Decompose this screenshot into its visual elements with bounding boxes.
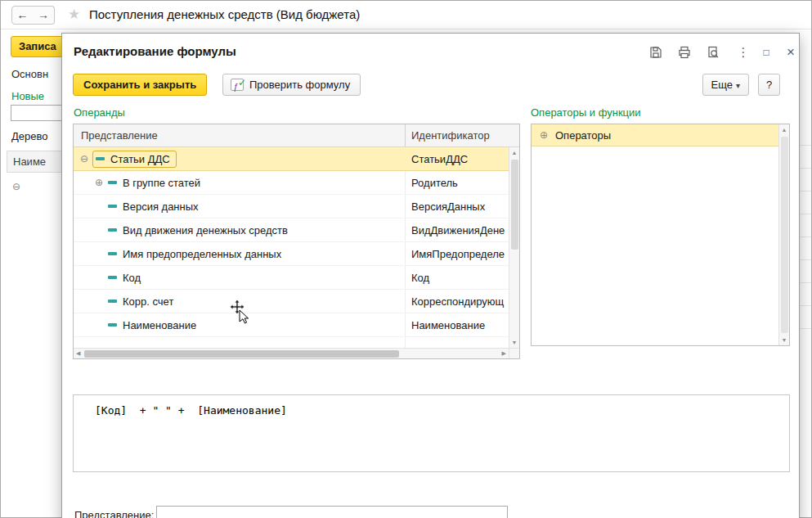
scrollbar-thumb[interactable]: [781, 137, 788, 333]
column-header-identifier[interactable]: Идентификатор: [411, 129, 490, 142]
formula-editor-dialog: Редактирование формулы ⋮ □ × Сохранить и…: [61, 33, 800, 518]
operand-name: Версия данных: [123, 200, 199, 213]
operand-id: СтатьиДДС: [411, 147, 508, 171]
selected-cell: Статьи ДДС: [92, 151, 177, 168]
operands-caption: Операнды: [74, 106, 125, 119]
scrollbar-corner: [509, 348, 519, 358]
operators-root-label: Операторы: [555, 129, 611, 142]
dialog-title: Редактирование формулы: [74, 44, 236, 58]
expand-icon[interactable]: ⊕: [538, 129, 550, 141]
attribute-icon: [108, 300, 117, 303]
collapse-icon[interactable]: ⊖: [79, 153, 90, 164]
operand-id: ВидДвиженияДене: [411, 218, 508, 242]
app-topbar: ← → ★ Поступления денежных средств (Вид …: [1, 1, 811, 29]
operand-id: Код: [411, 266, 508, 290]
background-column-label: Наиме: [13, 155, 46, 168]
presentation-label: Представление:: [74, 509, 154, 518]
operand-name: Код: [123, 272, 141, 284]
attribute-icon: [108, 228, 117, 232]
more-menu-icon[interactable]: ⋮: [733, 44, 753, 61]
check-formula-button[interactable]: ƒ ✓ Проверить формулу: [222, 74, 361, 96]
attribute-icon: [96, 157, 105, 160]
operand-id: Наименование: [411, 313, 508, 337]
page-title: Поступления денежных средств (Вид бюджет…: [89, 7, 360, 21]
operand-name: Вид движения денежных средств: [123, 224, 288, 236]
operand-id: ИмяПредопределе: [411, 242, 508, 266]
forward-button[interactable]: →: [33, 6, 55, 25]
forward-arrow-icon: →: [38, 8, 49, 21]
operands-table: Представление Идентификатор ⊖ Статьи ДДС…: [73, 124, 520, 359]
operand-id: ВерсияДанных: [411, 195, 508, 218]
back-button[interactable]: ←: [11, 6, 34, 25]
more-button[interactable]: Еще▾: [702, 74, 749, 96]
close-icon[interactable]: ×: [781, 44, 801, 61]
operands-table-header: Представление Идентификатор: [74, 124, 519, 147]
operand-name: Наименование: [123, 319, 196, 331]
background-save-close-label: Записа: [19, 40, 56, 52]
operand-id: Корреспондирующ: [411, 290, 508, 313]
chevron-down-icon: ▾: [736, 81, 740, 90]
formula-check-icon: ƒ ✓: [231, 79, 244, 91]
column-divider: [405, 124, 406, 146]
column-header-presentation[interactable]: Представление: [81, 129, 158, 142]
background-collapse-icon[interactable]: ⊖: [12, 181, 20, 192]
scrollbar-thumb[interactable]: [511, 160, 518, 250]
table-row[interactable]: Версия данных ВерсияДанных: [74, 195, 509, 218]
scrollbar-thumb[interactable]: [84, 350, 399, 358]
vertical-scrollbar[interactable]: ▲ ▼: [509, 147, 519, 348]
check-formula-label: Проверить формулу: [249, 79, 350, 91]
background-tree-label: Дерево: [11, 130, 47, 142]
vertical-scrollbar[interactable]: ▲ ▼: [778, 124, 789, 345]
scroll-down-icon[interactable]: ▼: [779, 337, 789, 343]
check-tick: ✓: [238, 73, 246, 93]
table-row[interactable]: Имя предопределенных данных ИмяПредопред…: [74, 242, 509, 266]
favorite-star-icon[interactable]: ★: [68, 6, 80, 23]
help-label: ?: [766, 79, 772, 91]
table-row[interactable]: ⊕ В группе статей Родитель: [74, 171, 509, 195]
back-arrow-icon: ←: [17, 8, 29, 21]
scroll-down-icon[interactable]: ▼: [509, 340, 519, 345]
print-icon[interactable]: [675, 44, 694, 61]
presentation-input[interactable]: [156, 506, 508, 518]
attribute-icon: [108, 252, 117, 255]
table-row[interactable]: Корр. счет Корреспондирующ: [74, 290, 509, 313]
operand-name: Статьи ДДС: [110, 153, 170, 165]
scroll-right-icon[interactable]: ▶: [502, 350, 506, 357]
background-form-subtitle: Новые: [11, 90, 44, 102]
operand-id: Родитель: [411, 171, 508, 195]
screen: ← → ★ Поступления денежных средств (Вид …: [0, 0, 812, 518]
table-row[interactable]: Вид движения денежных средств ВидДвижени…: [74, 218, 509, 242]
operand-name: В группе статей: [123, 177, 200, 189]
operators-caption: Операторы и функции: [531, 106, 641, 119]
attribute-icon: [108, 181, 117, 184]
scroll-up-icon[interactable]: ▲: [779, 127, 789, 133]
expand-icon[interactable]: ⊕: [93, 177, 105, 188]
background-tab-main[interactable]: Основн: [11, 68, 48, 80]
scroll-up-icon[interactable]: ▲: [509, 150, 519, 155]
background-grid-edge: [800, 123, 811, 345]
scroll-left-icon[interactable]: ◀: [76, 350, 80, 357]
save-icon[interactable]: [646, 44, 666, 61]
table-row[interactable]: Наименование Наименование: [74, 313, 509, 337]
save-and-close-button[interactable]: Сохранить и закрыть: [73, 74, 207, 96]
operators-tree: ⊕ Операторы ▲ ▼: [531, 124, 790, 346]
table-row[interactable]: Код Код: [74, 266, 509, 290]
formula-input[interactable]: [Код] + " " + [Наименование]: [74, 395, 789, 471]
attribute-icon: [108, 276, 117, 279]
save-and-close-label: Сохранить и закрыть: [83, 79, 196, 91]
more-label: Еще: [711, 79, 733, 91]
operand-name: Имя предопределенных данных: [123, 248, 281, 260]
formula-editor-box: [Код] + " " + [Наименование]: [73, 394, 790, 472]
attribute-icon: [108, 323, 117, 327]
maximize-icon[interactable]: □: [756, 44, 776, 61]
help-button[interactable]: ?: [758, 74, 780, 96]
table-row[interactable]: ⊖ Статьи ДДС СтатьиДДС: [74, 147, 509, 171]
preview-icon[interactable]: [703, 44, 723, 61]
operand-name: Корр. счет: [123, 295, 173, 308]
operators-root-row[interactable]: ⊕ Операторы: [532, 124, 778, 146]
attribute-icon: [108, 205, 117, 208]
operands-rows: ⊖ Статьи ДДС СтатьиДДС ⊕ В группе статей…: [74, 147, 509, 348]
horizontal-scrollbar[interactable]: ◀ ▶: [74, 348, 509, 358]
